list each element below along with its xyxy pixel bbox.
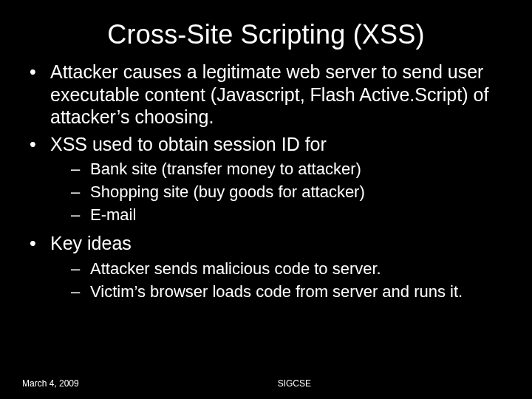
sub-bullet-text: E-mail: [90, 205, 136, 224]
sub-bullet-item: Bank site (transfer money to attacker): [50, 160, 510, 180]
sub-bullet-text: Shopping site (buy goods for attacker): [90, 183, 365, 201]
sub-bullet-text: Bank site (transfer money to attacker): [90, 160, 361, 178]
footer-center: SIGCSE: [79, 378, 510, 389]
sub-bullet-item: Shopping site (buy goods for attacker): [50, 183, 510, 202]
slide-body: Attacker causes a legitimate web server …: [0, 50, 532, 302]
bullet-item: Attacker causes a legitimate web server …: [22, 61, 510, 129]
bullet-item: Key ideas Attacker sends malicious code …: [22, 232, 510, 301]
sub-bullet-list: Attacker sends malicious code to server.…: [50, 259, 510, 302]
sub-bullet-text: Victim’s browser loads code from server …: [90, 282, 463, 301]
slide-footer: March 4, 2009 SIGCSE: [22, 378, 510, 389]
bullet-list: Attacker causes a legitimate web server …: [22, 61, 510, 302]
bullet-text: Key ideas: [50, 233, 132, 253]
sub-bullet-item: E-mail: [50, 205, 510, 225]
sub-bullet-list: Bank site (transfer money to attacker) S…: [50, 160, 510, 225]
bullet-text: XSS used to obtain session ID for: [50, 134, 327, 154]
sub-bullet-text: Attacker sends malicious code to server.: [90, 259, 381, 278]
slide: Cross-Site Scripting (XSS) Attacker caus…: [0, 0, 532, 399]
footer-date: March 4, 2009: [22, 378, 79, 389]
slide-title: Cross-Site Scripting (XSS): [0, 0, 532, 50]
bullet-text: Attacker causes a legitimate web server …: [50, 61, 488, 127]
bullet-item: XSS used to obtain session ID for Bank s…: [22, 133, 510, 225]
sub-bullet-item: Victim’s browser loads code from server …: [50, 282, 510, 302]
sub-bullet-item: Attacker sends malicious code to server.: [50, 259, 510, 279]
